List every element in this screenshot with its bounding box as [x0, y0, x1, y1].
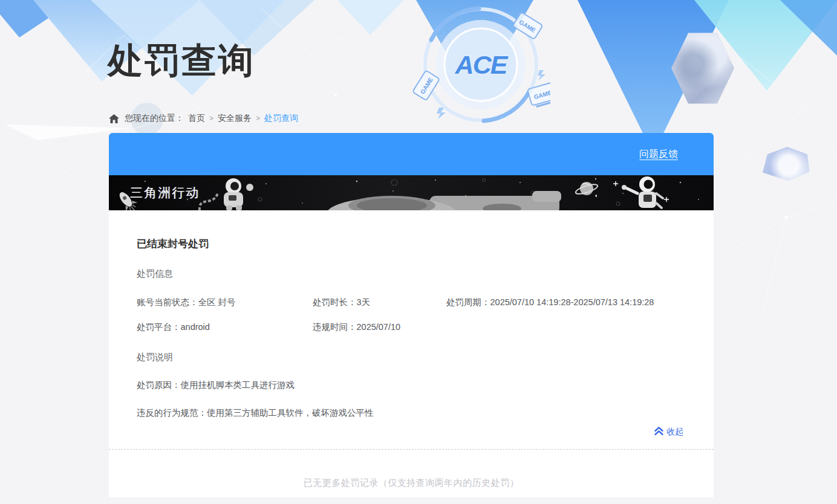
breadcrumb: 您现在的位置： 首页 > 安全服务 > 处罚查询: [109, 113, 298, 124]
saturn-icon: [575, 182, 599, 197]
card-content: 已结束封号处罚 处罚信息 账号当前状态：全区 封号 处罚时长：3天 处罚周期：2…: [109, 210, 714, 438]
astronaut-icon: [613, 176, 669, 208]
collapse-button[interactable]: 收起: [654, 426, 683, 438]
info-section-title: 处罚信息: [137, 268, 686, 280]
ace-logo: ACE GAME GAME GAME: [411, 0, 550, 130]
collapse-label: 收起: [666, 427, 683, 438]
breadcrumb-separator: >: [209, 114, 213, 123]
svg-text:GAME: GAME: [419, 76, 434, 95]
character-portrait-small: [763, 147, 810, 181]
banner-game-name: 三角洲行动: [130, 184, 200, 201]
svg-text:GAME: GAME: [518, 19, 537, 34]
breadcrumb-link-home[interactable]: 首页: [188, 113, 205, 124]
punishment-fields: 账号当前状态：全区 封号 处罚时长：3天 处罚周期：2025/07/10 14:…: [137, 296, 686, 333]
punish-reason-line: 处罚原因：使用挂机脚本类工具进行游戏: [137, 379, 686, 391]
breadcrumb-separator: >: [256, 114, 260, 123]
card-header-bar: 问题反馈: [109, 133, 714, 175]
spacecraft-icon: [327, 191, 561, 210]
ace-logo-text: ACE: [455, 50, 509, 79]
field-violation-time: 违规时间：2025/07/10: [313, 321, 446, 333]
lightning-icon: [437, 108, 446, 119]
record-title: 已结束封号处罚: [137, 237, 686, 251]
astronaut-icon: [200, 178, 253, 210]
banner-space-art: [109, 175, 714, 210]
home-icon: [109, 114, 119, 123]
violated-rule-line: 违反的行为规范：使用第三方辅助工具软件，破坏游戏公平性: [137, 407, 686, 419]
svg-text:GAME: GAME: [533, 89, 550, 100]
punishment-card: 问题反馈: [109, 133, 714, 497]
desc-section-title: 处罚说明: [137, 352, 686, 363]
field-punish-duration: 处罚时长：3天: [313, 296, 446, 308]
breadcrumb-link-security-service[interactable]: 安全服务: [218, 113, 252, 124]
game-tag-icon: GAME: [513, 12, 543, 39]
collapse-row: 收起: [137, 426, 686, 438]
breadcrumb-prefix: 您现在的位置：: [125, 113, 184, 124]
field-punish-platform: 处罚平台：android: [137, 321, 313, 333]
no-more-records-note: 已无更多处罚记录（仅支持查询两年内的历史处罚）: [109, 450, 714, 504]
character-portrait-large: [671, 31, 734, 105]
game-tag-icon: GAME: [412, 70, 440, 100]
chevron-up-icon: [654, 426, 663, 438]
game-tag-icon: GAME: [527, 82, 550, 109]
lightning-icon: [538, 70, 546, 80]
page-title: 处罚查询: [108, 37, 255, 85]
game-banner: 三角洲行动: [109, 175, 714, 210]
field-account-status: 账号当前状态：全区 封号: [137, 296, 313, 308]
breadcrumb-current-page[interactable]: 处罚查询: [264, 113, 298, 124]
field-punish-period: 处罚周期：2025/07/10 14:19:28-2025/07/13 14:1…: [446, 296, 686, 308]
feedback-link[interactable]: 问题反馈: [639, 148, 678, 161]
